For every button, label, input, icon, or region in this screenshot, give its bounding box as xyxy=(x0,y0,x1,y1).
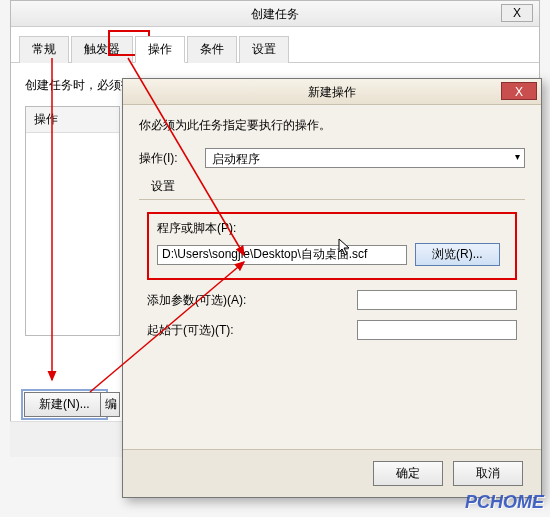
settings-label: 设置 xyxy=(151,178,525,195)
button-label: 编 xyxy=(105,397,117,411)
action-label: 操作(I): xyxy=(139,150,199,167)
new-action-button[interactable]: 新建(N)... xyxy=(24,392,105,417)
program-input[interactable] xyxy=(157,245,407,265)
cancel-button[interactable]: 取消 xyxy=(453,461,523,486)
dialog-title: 新建操作 xyxy=(308,85,356,99)
program-label: 程序或脚本(P): xyxy=(157,220,507,237)
close-icon: X xyxy=(513,6,521,20)
startin-label: 起始于(可选)(T): xyxy=(147,322,287,339)
window-title: 创建任务 xyxy=(251,7,299,21)
tabstrip: 常规 触发器 操作 条件 设置 xyxy=(11,27,539,63)
action-combo[interactable]: 启动程序 xyxy=(205,148,525,168)
tab-label: 设置 xyxy=(252,42,276,56)
tab-label: 触发器 xyxy=(84,42,120,56)
window-titlebar: 创建任务 X xyxy=(11,1,539,27)
dialog-footer: 确定 取消 xyxy=(123,449,541,497)
tab-label: 常规 xyxy=(32,42,56,56)
browse-button[interactable]: 浏览(R)... xyxy=(415,243,500,266)
args-input[interactable] xyxy=(357,290,517,310)
window-close-button[interactable]: X xyxy=(501,4,533,22)
actions-list[interactable]: 操作 xyxy=(25,106,120,336)
ok-button[interactable]: 确定 xyxy=(373,461,443,486)
tab-conditions[interactable]: 条件 xyxy=(187,36,237,63)
tab-actions[interactable]: 操作 xyxy=(135,36,185,63)
highlight-box-program: 程序或脚本(P): 浏览(R)... xyxy=(147,212,517,280)
dialog-hint: 你必须为此任务指定要执行的操作。 xyxy=(139,117,525,134)
action-row: 操作(I): 启动程序 xyxy=(139,148,525,168)
close-icon: X xyxy=(515,85,523,99)
dialog-titlebar: 新建操作 X xyxy=(123,79,541,105)
settings-fieldset: 程序或脚本(P): 浏览(R)... 添加参数(可选)(A): 起始于(可选)(… xyxy=(139,199,525,358)
tab-label: 操作 xyxy=(148,42,172,56)
dialog-close-button[interactable]: X xyxy=(501,82,537,100)
tab-settings[interactable]: 设置 xyxy=(239,36,289,63)
args-row: 添加参数(可选)(A): xyxy=(147,290,517,310)
tab-label: 条件 xyxy=(200,42,224,56)
actions-list-header: 操作 xyxy=(26,107,119,133)
button-label: 取消 xyxy=(476,466,500,480)
args-label: 添加参数(可选)(A): xyxy=(147,292,287,309)
startin-row: 起始于(可选)(T): xyxy=(147,320,517,340)
edit-action-button[interactable]: 编 xyxy=(100,392,120,417)
startin-input[interactable] xyxy=(357,320,517,340)
tab-general[interactable]: 常规 xyxy=(19,36,69,63)
button-label: 浏览(R)... xyxy=(432,247,483,261)
button-label: 新建(N)... xyxy=(39,397,90,411)
button-label: 确定 xyxy=(396,466,420,480)
action-combo-value: 启动程序 xyxy=(212,152,260,166)
tab-triggers[interactable]: 触发器 xyxy=(71,36,133,63)
dialog-body: 你必须为此任务指定要执行的操作。 操作(I): 启动程序 设置 程序或脚本(P)… xyxy=(123,105,541,378)
new-action-dialog: 新建操作 X 你必须为此任务指定要执行的操作。 操作(I): 启动程序 设置 程… xyxy=(122,78,542,498)
